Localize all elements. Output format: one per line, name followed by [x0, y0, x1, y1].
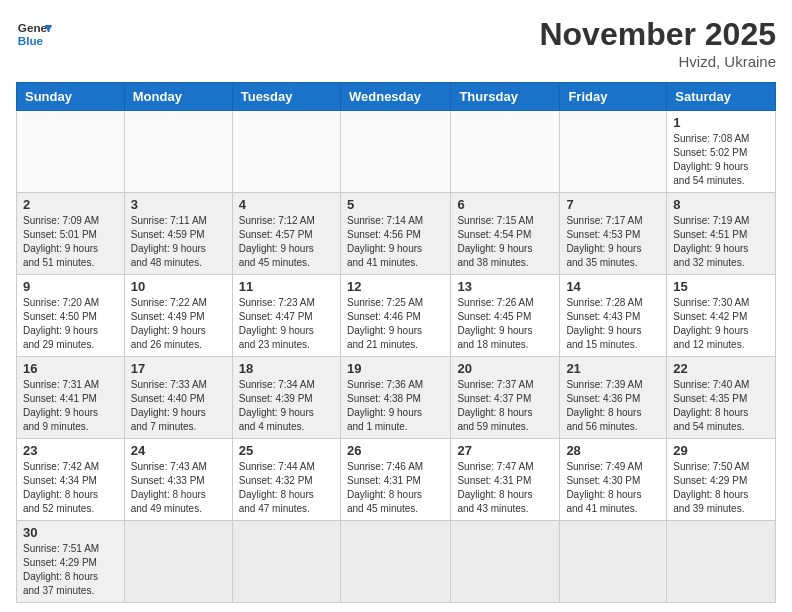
calendar-day-cell: 27Sunrise: 7:47 AM Sunset: 4:31 PM Dayli…: [451, 439, 560, 521]
day-info: Sunrise: 7:42 AM Sunset: 4:34 PM Dayligh…: [23, 460, 118, 516]
day-info: Sunrise: 7:43 AM Sunset: 4:33 PM Dayligh…: [131, 460, 226, 516]
weekday-header-wednesday: Wednesday: [340, 83, 450, 111]
location: Hvizd, Ukraine: [539, 53, 776, 70]
day-info: Sunrise: 7:49 AM Sunset: 4:30 PM Dayligh…: [566, 460, 660, 516]
day-number: 2: [23, 197, 118, 212]
page-header: General Blue November 2025 Hvizd, Ukrain…: [16, 16, 776, 70]
calendar-week-row: 9Sunrise: 7:20 AM Sunset: 4:50 PM Daylig…: [17, 275, 776, 357]
day-info: Sunrise: 7:11 AM Sunset: 4:59 PM Dayligh…: [131, 214, 226, 270]
day-number: 10: [131, 279, 226, 294]
calendar-day-cell: 3Sunrise: 7:11 AM Sunset: 4:59 PM Daylig…: [124, 193, 232, 275]
calendar-day-cell: 10Sunrise: 7:22 AM Sunset: 4:49 PM Dayli…: [124, 275, 232, 357]
day-info: Sunrise: 7:30 AM Sunset: 4:42 PM Dayligh…: [673, 296, 769, 352]
weekday-header-thursday: Thursday: [451, 83, 560, 111]
calendar-day-cell: 26Sunrise: 7:46 AM Sunset: 4:31 PM Dayli…: [340, 439, 450, 521]
calendar-day-cell: [232, 521, 340, 603]
logo-icon: General Blue: [16, 16, 52, 52]
day-number: 27: [457, 443, 553, 458]
day-info: Sunrise: 7:46 AM Sunset: 4:31 PM Dayligh…: [347, 460, 444, 516]
calendar-day-cell: [451, 111, 560, 193]
day-info: Sunrise: 7:40 AM Sunset: 4:35 PM Dayligh…: [673, 378, 769, 434]
day-info: Sunrise: 7:36 AM Sunset: 4:38 PM Dayligh…: [347, 378, 444, 434]
day-number: 28: [566, 443, 660, 458]
day-info: Sunrise: 7:12 AM Sunset: 4:57 PM Dayligh…: [239, 214, 334, 270]
calendar-day-cell: 16Sunrise: 7:31 AM Sunset: 4:41 PM Dayli…: [17, 357, 125, 439]
day-number: 4: [239, 197, 334, 212]
calendar-day-cell: 14Sunrise: 7:28 AM Sunset: 4:43 PM Dayli…: [560, 275, 667, 357]
calendar-day-cell: 9Sunrise: 7:20 AM Sunset: 4:50 PM Daylig…: [17, 275, 125, 357]
day-info: Sunrise: 7:20 AM Sunset: 4:50 PM Dayligh…: [23, 296, 118, 352]
calendar-day-cell: 30Sunrise: 7:51 AM Sunset: 4:29 PM Dayli…: [17, 521, 125, 603]
weekday-header-sunday: Sunday: [17, 83, 125, 111]
day-info: Sunrise: 7:51 AM Sunset: 4:29 PM Dayligh…: [23, 542, 118, 598]
calendar-day-cell: [124, 521, 232, 603]
day-number: 9: [23, 279, 118, 294]
day-number: 13: [457, 279, 553, 294]
calendar-day-cell: [124, 111, 232, 193]
calendar-day-cell: 15Sunrise: 7:30 AM Sunset: 4:42 PM Dayli…: [667, 275, 776, 357]
calendar-day-cell: 8Sunrise: 7:19 AM Sunset: 4:51 PM Daylig…: [667, 193, 776, 275]
weekday-header-saturday: Saturday: [667, 83, 776, 111]
day-info: Sunrise: 7:26 AM Sunset: 4:45 PM Dayligh…: [457, 296, 553, 352]
day-number: 23: [23, 443, 118, 458]
calendar-day-cell: 19Sunrise: 7:36 AM Sunset: 4:38 PM Dayli…: [340, 357, 450, 439]
day-number: 16: [23, 361, 118, 376]
day-info: Sunrise: 7:17 AM Sunset: 4:53 PM Dayligh…: [566, 214, 660, 270]
calendar-day-cell: 7Sunrise: 7:17 AM Sunset: 4:53 PM Daylig…: [560, 193, 667, 275]
day-number: 25: [239, 443, 334, 458]
day-number: 24: [131, 443, 226, 458]
calendar-table: SundayMondayTuesdayWednesdayThursdayFrid…: [16, 82, 776, 603]
day-info: Sunrise: 7:22 AM Sunset: 4:49 PM Dayligh…: [131, 296, 226, 352]
day-number: 7: [566, 197, 660, 212]
calendar-day-cell: 5Sunrise: 7:14 AM Sunset: 4:56 PM Daylig…: [340, 193, 450, 275]
calendar-day-cell: [340, 111, 450, 193]
day-number: 11: [239, 279, 334, 294]
day-info: Sunrise: 7:44 AM Sunset: 4:32 PM Dayligh…: [239, 460, 334, 516]
calendar-day-cell: [667, 521, 776, 603]
day-number: 21: [566, 361, 660, 376]
calendar-day-cell: [451, 521, 560, 603]
weekday-header-monday: Monday: [124, 83, 232, 111]
calendar-day-cell: 23Sunrise: 7:42 AM Sunset: 4:34 PM Dayli…: [17, 439, 125, 521]
calendar-day-cell: 24Sunrise: 7:43 AM Sunset: 4:33 PM Dayli…: [124, 439, 232, 521]
calendar-day-cell: 28Sunrise: 7:49 AM Sunset: 4:30 PM Dayli…: [560, 439, 667, 521]
calendar-day-cell: 12Sunrise: 7:25 AM Sunset: 4:46 PM Dayli…: [340, 275, 450, 357]
day-info: Sunrise: 7:23 AM Sunset: 4:47 PM Dayligh…: [239, 296, 334, 352]
weekday-header-row: SundayMondayTuesdayWednesdayThursdayFrid…: [17, 83, 776, 111]
day-info: Sunrise: 7:14 AM Sunset: 4:56 PM Dayligh…: [347, 214, 444, 270]
day-number: 22: [673, 361, 769, 376]
title-area: November 2025 Hvizd, Ukraine: [539, 16, 776, 70]
weekday-header-friday: Friday: [560, 83, 667, 111]
calendar-week-row: 1Sunrise: 7:08 AM Sunset: 5:02 PM Daylig…: [17, 111, 776, 193]
day-number: 15: [673, 279, 769, 294]
calendar-day-cell: 13Sunrise: 7:26 AM Sunset: 4:45 PM Dayli…: [451, 275, 560, 357]
day-number: 1: [673, 115, 769, 130]
day-number: 20: [457, 361, 553, 376]
day-info: Sunrise: 7:37 AM Sunset: 4:37 PM Dayligh…: [457, 378, 553, 434]
calendar-day-cell: 17Sunrise: 7:33 AM Sunset: 4:40 PM Dayli…: [124, 357, 232, 439]
day-info: Sunrise: 7:28 AM Sunset: 4:43 PM Dayligh…: [566, 296, 660, 352]
day-info: Sunrise: 7:19 AM Sunset: 4:51 PM Dayligh…: [673, 214, 769, 270]
day-number: 17: [131, 361, 226, 376]
weekday-header-tuesday: Tuesday: [232, 83, 340, 111]
day-number: 29: [673, 443, 769, 458]
day-info: Sunrise: 7:34 AM Sunset: 4:39 PM Dayligh…: [239, 378, 334, 434]
calendar-week-row: 16Sunrise: 7:31 AM Sunset: 4:41 PM Dayli…: [17, 357, 776, 439]
day-info: Sunrise: 7:31 AM Sunset: 4:41 PM Dayligh…: [23, 378, 118, 434]
day-number: 19: [347, 361, 444, 376]
calendar-week-row: 23Sunrise: 7:42 AM Sunset: 4:34 PM Dayli…: [17, 439, 776, 521]
day-number: 6: [457, 197, 553, 212]
day-number: 8: [673, 197, 769, 212]
day-info: Sunrise: 7:25 AM Sunset: 4:46 PM Dayligh…: [347, 296, 444, 352]
calendar-day-cell: [560, 111, 667, 193]
day-number: 30: [23, 525, 118, 540]
calendar-day-cell: [340, 521, 450, 603]
day-info: Sunrise: 7:15 AM Sunset: 4:54 PM Dayligh…: [457, 214, 553, 270]
calendar-day-cell: 20Sunrise: 7:37 AM Sunset: 4:37 PM Dayli…: [451, 357, 560, 439]
day-number: 26: [347, 443, 444, 458]
day-info: Sunrise: 7:09 AM Sunset: 5:01 PM Dayligh…: [23, 214, 118, 270]
calendar-day-cell: 29Sunrise: 7:50 AM Sunset: 4:29 PM Dayli…: [667, 439, 776, 521]
day-number: 5: [347, 197, 444, 212]
calendar-day-cell: 21Sunrise: 7:39 AM Sunset: 4:36 PM Dayli…: [560, 357, 667, 439]
calendar-day-cell: [232, 111, 340, 193]
